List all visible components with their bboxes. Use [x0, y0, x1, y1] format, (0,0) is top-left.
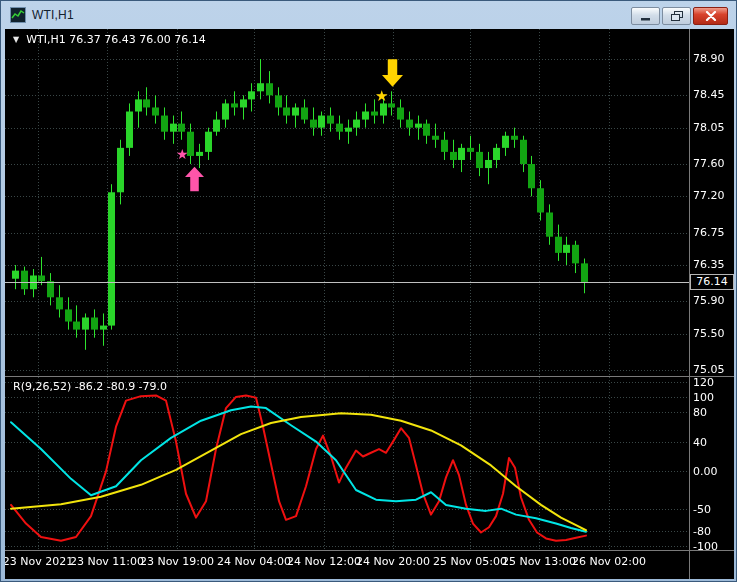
restore-button[interactable] [662, 7, 691, 25]
indicator-tick-label: -50 [693, 503, 711, 516]
minimize-button[interactable] [631, 7, 660, 25]
price-tick-label: 77.60 [693, 157, 725, 170]
price-tick-label: 75.50 [693, 327, 725, 340]
chart-window: WTI,H1 ▼ WTI,H1 76.37 76.43 76.00 76.14 … [0, 0, 737, 582]
price-tick-label: 76.35 [693, 258, 725, 271]
quote-bar: ▼ WTI,H1 76.37 76.43 76.00 76.14 [13, 33, 206, 46]
indicator-tick-label: 100 [693, 391, 714, 404]
close-icon [705, 11, 717, 21]
indicator-tick-label: 0.00 [693, 465, 718, 478]
indicator-tick-label: -100 [693, 540, 718, 553]
indicator-tick-label: 120 [693, 376, 714, 389]
price-and-indicator-canvas[interactable] [5, 29, 734, 579]
quote-ohlc-text: WTI,H1 76.37 76.43 76.00 76.14 [26, 33, 206, 46]
signal-star-icon: ★ [176, 147, 189, 161]
minimize-icon [641, 12, 651, 21]
price-tick-label: 75.90 [693, 294, 725, 307]
price-tick-label: 75.05 [693, 363, 725, 376]
current-price-tag: 76.14 [690, 274, 734, 290]
indicator-label: R(9,26,52) -86.2 -80.9 -79.0 [13, 380, 167, 393]
signal-arrow-down-icon [382, 59, 403, 90]
titlebar[interactable]: WTI,H1 [2, 2, 735, 28]
window-title: WTI,H1 [32, 8, 74, 22]
restore-icon [671, 11, 683, 21]
indicator-tick-label: -80 [693, 525, 711, 538]
indicator-tick-label: 40 [693, 436, 707, 449]
price-tick-label: 78.45 [693, 88, 725, 101]
chart-client-area[interactable]: ▼ WTI,H1 76.37 76.43 76.00 76.14 R(9,26,… [5, 29, 734, 579]
signal-arrow-up-icon [185, 166, 204, 195]
price-tick-label: 78.05 [693, 121, 725, 134]
window-controls [631, 7, 728, 25]
price-tick-label: 77.20 [693, 189, 725, 202]
time-tick-label: 26 Nov 02:00 [564, 555, 654, 568]
close-button[interactable] [693, 7, 728, 25]
signal-star-icon: ★ [375, 89, 388, 104]
indicator-tick-label: 80 [693, 406, 707, 419]
symbol-dropdown-icon[interactable]: ▼ [13, 35, 19, 45]
chart-icon [10, 7, 26, 23]
price-tick-label: 78.90 [693, 52, 725, 65]
price-tick-label: 76.75 [693, 226, 725, 239]
